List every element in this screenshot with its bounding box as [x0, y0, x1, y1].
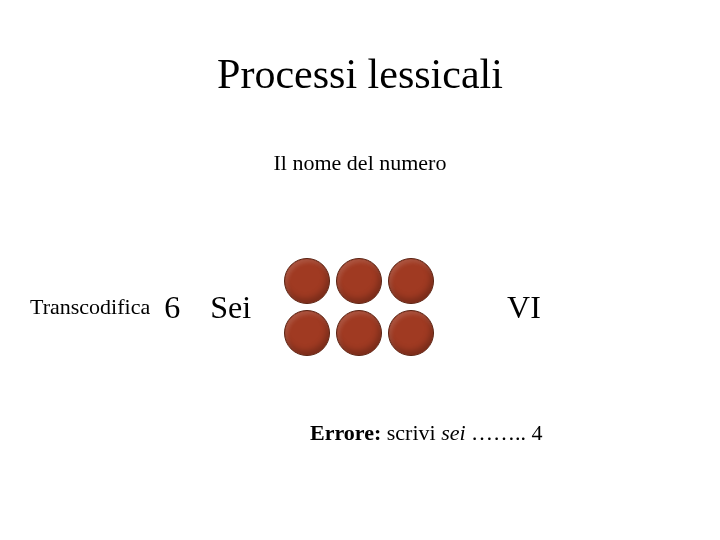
dot: [385, 255, 437, 307]
error-line: Errore: scrivi sei …….. 4: [310, 420, 543, 446]
error-label: Errore:: [310, 420, 381, 445]
transcoding-row: Transcodifica 6 Sei VI: [30, 255, 690, 359]
dot: [281, 255, 333, 307]
dot: [333, 307, 385, 359]
numeral-word: Sei: [210, 289, 251, 326]
error-prompt: scrivi: [387, 420, 436, 445]
dot: [385, 307, 437, 359]
slide-subtitle: Il nome del numero: [0, 150, 720, 176]
error-answer: 4: [532, 420, 543, 445]
row-label: Transcodifica: [30, 294, 150, 320]
error-word: sei: [441, 420, 465, 445]
slide-title: Processi lessicali: [0, 50, 720, 98]
numeral-arabic: 6: [164, 289, 180, 326]
dot: [281, 307, 333, 359]
error-dots: ……..: [471, 420, 526, 445]
dot-grid: [281, 255, 437, 359]
dot: [333, 255, 385, 307]
numeral-roman: VI: [507, 289, 541, 326]
slide: Processi lessicali Il nome del numero Tr…: [0, 0, 720, 540]
